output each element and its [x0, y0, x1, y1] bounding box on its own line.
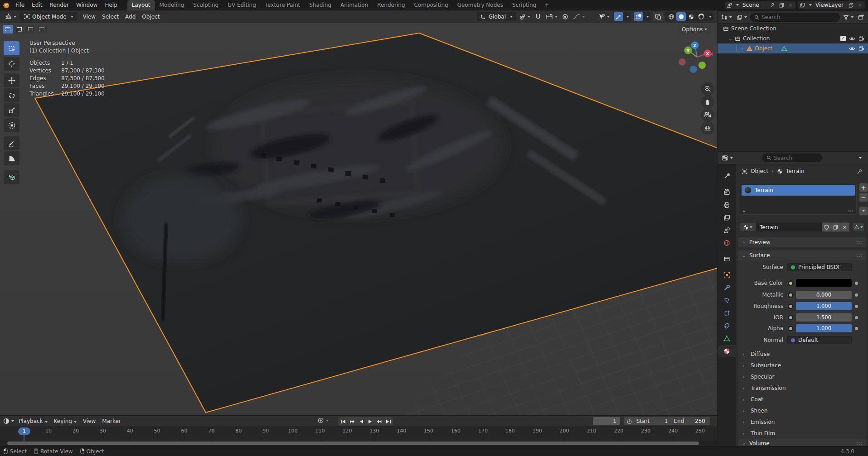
link-material-to-button[interactable]	[852, 222, 864, 232]
animate-decorator[interactable]	[855, 305, 858, 308]
3d-viewport[interactable]: User Perspective (1) Collection | Object…	[0, 10, 717, 415]
slot-specials-button[interactable]	[859, 206, 868, 216]
scene-selector[interactable]: Scene ×	[725, 1, 796, 10]
node-socket-icon[interactable]	[787, 292, 794, 298]
zoom-button[interactable]	[701, 82, 714, 96]
workspace-tab-texture-paint[interactable]: Texture Paint	[261, 0, 305, 10]
xray-toggle[interactable]	[653, 12, 664, 21]
remove-slot-button[interactable]: −	[859, 193, 868, 202]
panel-preview[interactable]: ›Preview∷∷	[738, 237, 866, 247]
outliner-row-scene-collection[interactable]: Scene Collection	[718, 24, 868, 34]
expand-icon[interactable]: ⌄	[728, 36, 732, 41]
disable-render-camera-icon[interactable]	[858, 46, 864, 51]
properties-tab-physics[interactable]	[718, 307, 736, 319]
select-mode-extend[interactable]	[14, 25, 24, 34]
subpanel-emission[interactable]: ›Emission	[742, 417, 863, 427]
show-overlays-toggle[interactable]	[634, 12, 643, 21]
transform-orientation-selector[interactable]: Global	[477, 12, 516, 21]
shading-dropdown[interactable]	[706, 12, 713, 21]
subpanel-specular[interactable]: ›Specular	[742, 372, 863, 382]
pan-hand-button[interactable]	[701, 95, 714, 109]
view-layer-selector[interactable]: ViewLayer ×	[798, 1, 865, 10]
current-frame-field[interactable]: 1	[593, 417, 620, 425]
properties-tab-modifiers[interactable]	[718, 282, 736, 293]
scene-name[interactable]: Scene	[741, 2, 767, 8]
frame-start-field[interactable]: Start1	[635, 418, 670, 424]
tool-select-box-button[interactable]	[4, 41, 19, 55]
properties-options-dropdown[interactable]	[859, 157, 862, 159]
tool-add-cube-button[interactable]	[4, 170, 19, 184]
new-scene-icon[interactable]	[778, 2, 785, 9]
remove-view-layer-icon[interactable]: ×	[856, 2, 863, 9]
disable-render-camera-icon[interactable]	[858, 36, 864, 41]
menu-edit[interactable]: Edit	[28, 0, 46, 10]
select-mode-subtract[interactable]	[25, 25, 36, 34]
show-gizmos-toggle[interactable]	[614, 12, 623, 21]
new-view-layer-icon[interactable]	[847, 2, 854, 9]
playback-sync-button[interactable]	[317, 417, 329, 424]
node-socket-icon[interactable]	[787, 280, 794, 287]
properties-tab-object[interactable]	[718, 269, 736, 281]
pin-icon[interactable]	[857, 169, 863, 175]
jump-to-start-button[interactable]	[339, 418, 347, 425]
tool-transform-button[interactable]	[4, 118, 19, 132]
tool-measure-button[interactable]	[4, 151, 19, 165]
properties-tab-output[interactable]	[718, 199, 736, 211]
fake-user-shield-button[interactable]	[822, 222, 831, 232]
tool-annotate-button[interactable]	[4, 136, 19, 150]
collection-checkbox[interactable]: ✓	[840, 36, 846, 41]
material-name-field[interactable]: Terrain	[756, 222, 822, 232]
menu-file[interactable]: File	[12, 0, 28, 10]
snap-with-button[interactable]	[544, 12, 559, 21]
menu-playback[interactable]: Playback	[15, 416, 51, 426]
menu-view[interactable]: View	[80, 416, 99, 426]
editor-type-button[interactable]	[4, 12, 18, 21]
value-slider[interactable]: 1.000	[796, 324, 852, 332]
shading-rendered-toggle[interactable]	[696, 12, 706, 21]
node-socket-icon[interactable]	[787, 303, 794, 310]
new-collection-button[interactable]	[857, 13, 866, 22]
properties-tab-constraints[interactable]	[718, 320, 736, 331]
hide-eye-icon[interactable]	[849, 36, 855, 41]
material-slot-active[interactable]: Terrain	[742, 185, 855, 196]
subpanel-subsurface[interactable]: ›Subsurface	[742, 360, 863, 370]
unlink-scene-icon[interactable]: ×	[787, 2, 794, 9]
menu-render[interactable]: Render	[46, 0, 73, 10]
frame-end-field[interactable]: End250	[672, 418, 708, 424]
expand-icon[interactable]: ›	[740, 46, 744, 51]
add-workspace-button[interactable]: +	[541, 0, 553, 10]
outliner-row-collection[interactable]: ⌄ Collection ✓	[718, 34, 868, 43]
timeline-scrollbar[interactable]	[7, 442, 699, 445]
workspace-tab-modeling[interactable]: Modeling	[155, 0, 189, 10]
overlays-dropdown[interactable]	[644, 12, 650, 21]
outliner-search-input[interactable]: Search	[750, 13, 840, 22]
tool-cursor-button[interactable]	[4, 57, 19, 71]
tool-move-button[interactable]	[4, 73, 19, 87]
snapping-magnet-button[interactable]	[533, 12, 543, 21]
play-button[interactable]	[366, 418, 374, 425]
unlink-material-button[interactable]: ×	[840, 222, 849, 232]
next-keyframe-button[interactable]	[375, 418, 383, 425]
properties-tab-material[interactable]	[718, 345, 736, 357]
mode-selector[interactable]: Object Mode	[20, 12, 77, 21]
workspace-tab-layout[interactable]: Layout	[127, 0, 155, 10]
pivot-point-button[interactable]	[518, 12, 532, 21]
proportional-falloff-button[interactable]	[572, 12, 586, 21]
display-mode-button[interactable]	[720, 13, 733, 22]
select-mode-intersect[interactable]	[37, 25, 47, 34]
shading-wireframe-toggle[interactable]	[666, 12, 676, 21]
select-mode-set[interactable]	[3, 25, 13, 34]
properties-search-input[interactable]: Search	[762, 154, 822, 162]
workspace-tab-uv-editing[interactable]: UV Editing	[223, 0, 261, 10]
menu-keying[interactable]: Keying	[51, 416, 80, 426]
subpanel-transmission[interactable]: ›Transmission	[742, 383, 863, 393]
hide-eye-icon[interactable]	[849, 46, 855, 51]
properties-tab-world[interactable]	[718, 237, 736, 249]
workspace-tab-sculpting[interactable]: Sculpting	[189, 0, 223, 10]
viewport-menu-add[interactable]: Add	[122, 12, 139, 22]
breadcrumb-object[interactable]: Object	[751, 168, 768, 174]
pin-scene-icon[interactable]	[769, 2, 776, 9]
viewport-menu-select[interactable]: Select	[99, 12, 122, 22]
value-slider[interactable]: 1.000	[796, 302, 852, 310]
node-socket-icon[interactable]	[787, 314, 794, 321]
